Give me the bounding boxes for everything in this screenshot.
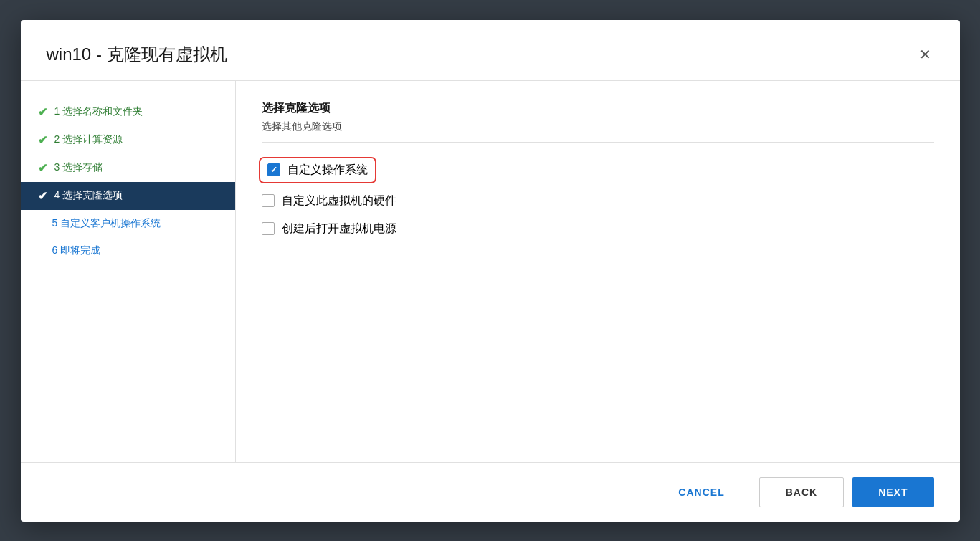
- cancel-button[interactable]: CANCEL: [652, 477, 750, 507]
- dialog-body: ✔ 1 选择名称和文件夹 ✔ 2 选择计算资源 ✔ 3 选择存储 ✔ 4 选择克…: [21, 81, 960, 462]
- sidebar-item-step2[interactable]: ✔ 2 选择计算资源: [21, 126, 235, 154]
- sidebar-item-step3[interactable]: ✔ 3 选择存储: [21, 154, 235, 182]
- sidebar: ✔ 1 选择名称和文件夹 ✔ 2 选择计算资源 ✔ 3 选择存储 ✔ 4 选择克…: [21, 81, 236, 462]
- dialog: win10 - 克隆现有虚拟机 ✕ ✔ 1 选择名称和文件夹 ✔ 2 选择计算资…: [21, 20, 960, 522]
- step5-label: 5 自定义客户机操作系统: [52, 217, 161, 230]
- checkmark-icon-2: ✔: [38, 133, 47, 147]
- sidebar-item-step1[interactable]: ✔ 1 选择名称和文件夹: [21, 98, 235, 126]
- dialog-footer: CANCEL BACK NEXT: [21, 462, 960, 522]
- checkmark-icon-4: ✔: [38, 189, 47, 203]
- step4-label: 4 选择克隆选项: [54, 189, 123, 202]
- checkmark-icon-3: ✔: [38, 161, 47, 175]
- step6-label: 6 即将完成: [52, 244, 101, 257]
- step3-label: 3 选择存储: [54, 161, 103, 174]
- dialog-title: win10 - 克隆现有虚拟机: [47, 43, 227, 66]
- checkbox-power-on[interactable]: [262, 222, 275, 235]
- checkbox-customize-os[interactable]: [267, 163, 280, 176]
- back-button[interactable]: BACK: [759, 477, 844, 507]
- checkbox-customize-hw[interactable]: [262, 194, 275, 207]
- option-row-3: 创建后打开虚拟机电源: [262, 221, 934, 236]
- section-title: 选择克隆选项: [262, 101, 934, 116]
- checkbox-highlight-wrapper: 自定义操作系统: [262, 160, 374, 181]
- next-button[interactable]: NEXT: [852, 477, 933, 507]
- checkbox-label-customize-os: 自定义操作系统: [287, 163, 368, 178]
- close-button[interactable]: ✕: [916, 44, 934, 64]
- sidebar-item-step4[interactable]: ✔ 4 选择克隆选项: [21, 182, 235, 210]
- sidebar-item-step6[interactable]: 6 即将完成: [21, 237, 235, 264]
- step2-label: 2 选择计算资源: [54, 133, 123, 146]
- option-row-2: 自定义此虚拟机的硬件: [262, 193, 934, 209]
- dialog-header: win10 - 克隆现有虚拟机 ✕: [21, 20, 960, 81]
- main-content: 选择克隆选项 选择其他克隆选项 自定义操作系统 自定义此虚拟机的硬件 创建后打开…: [236, 81, 960, 462]
- option-row-1: 自定义操作系统: [262, 160, 934, 181]
- checkmark-icon-1: ✔: [38, 105, 47, 119]
- checkbox-label-customize-hw: 自定义此虚拟机的硬件: [282, 193, 396, 209]
- checkbox-label-power-on: 创建后打开虚拟机电源: [282, 221, 396, 236]
- sidebar-item-step5[interactable]: 5 自定义客户机操作系统: [21, 210, 235, 237]
- step1-label: 1 选择名称和文件夹: [54, 105, 143, 118]
- section-subtitle: 选择其他克隆选项: [262, 120, 934, 143]
